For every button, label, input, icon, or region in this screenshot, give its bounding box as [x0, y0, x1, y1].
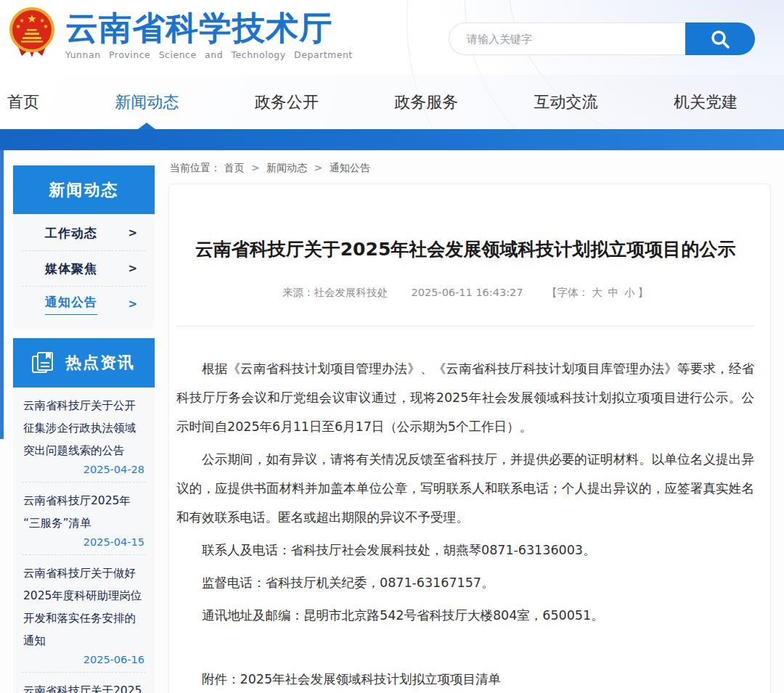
article-source: 来源：社会发展科技处 — [282, 287, 388, 298]
article-meta: 来源：社会发展科技处 2025-06-11 16:43:27 【字体：大中小】 — [176, 286, 754, 300]
chevron-right-icon: > — [128, 226, 137, 239]
sidebar: 新闻动态 工作动态 > 媒体聚焦 > 通知公告 > — [13, 165, 155, 693]
breadcrumb-home[interactable]: 首页 — [224, 162, 244, 173]
blue-divider-band — [0, 129, 784, 150]
hot-news-item[interactable]: 云南省科技厅关于2025年度技术合同认定登记类奖补拟立项目的公示 2025-06… — [22, 673, 146, 693]
sidebar-menu-list: 工作动态 > 媒体聚焦 > 通知公告 > — [13, 214, 155, 329]
article-body: 根据《云南省科技计划项目管理办法》、《云南省科技厅科技计划项目库管理办法》等要求… — [176, 354, 754, 630]
site-brand[interactable]: ★ ★ ★ ★ ★ 云南省科学技术厅 Yunnan Province Scien… — [6, 5, 353, 60]
hot-news-panel: 热点资讯 云南省科技厅关于公开征集涉企行政执法领域突出问题线索的公告 2025-… — [13, 338, 155, 693]
main-nav: 首页 新闻动态 政务公开 政务服务 互动交流 机关党建 — [0, 75, 784, 129]
article-paragraph: 监督电话：省科技厅机关纪委，0871-63167157。 — [176, 568, 754, 597]
breadcrumb-separator: > — [251, 162, 260, 173]
sidebar-item-label: 媒体聚焦 — [45, 261, 97, 277]
hot-news-item[interactable]: 云南省科技厅2025年“三服务”清单 2025-04-15 — [22, 483, 146, 555]
site-subtitle-en: Yunnan Province Science and Technology D… — [65, 49, 353, 60]
site-header: ★ ★ ★ ★ ★ 云南省科学技术厅 Yunnan Province Scien… — [0, 0, 784, 75]
nav-item-gov-services[interactable]: 政务服务 — [394, 75, 458, 129]
breadcrumb-separator: > — [314, 162, 323, 173]
font-size-control: 【字体：大中小】 — [547, 287, 648, 298]
breadcrumb: 当前位置： 首页 > 新闻动态 > 通知公告 — [170, 162, 771, 175]
nav-item-home[interactable]: 首页 — [7, 75, 39, 129]
hot-news-item-date: 2025-04-15 — [23, 536, 144, 548]
svg-text:★: ★ — [15, 23, 20, 30]
article-paragraph: 根据《云南省科技计划项目管理办法》、《云南省科技厅科技计划项目库管理办法》等要求… — [176, 354, 754, 441]
content-area: 新闻动态 工作动态 > 媒体聚焦 > 通知公告 > — [0, 150, 784, 693]
hot-news-item[interactable]: 云南省科技厅关于做好2025年度科研助理岗位开发和落实任务安排的通知 2025-… — [22, 555, 146, 673]
hot-news-item[interactable]: 云南省科技厅关于公开征集涉企行政执法领域突出问题线索的公告 2025-04-28 — [22, 387, 146, 483]
article-paragraph: 联系人及电话：省科技厅社会发展科技处，胡燕琴0871-63136003。 — [176, 536, 754, 565]
chevron-right-icon: > — [128, 262, 137, 275]
nav-item-party-building[interactable]: 机关党建 — [674, 75, 738, 129]
font-label-open: 【字体： — [547, 287, 589, 298]
divider — [176, 326, 754, 327]
article-datetime: 2025-06-11 16:43:27 — [412, 287, 523, 298]
sidebar-item-label: 工作动态 — [45, 225, 97, 242]
hot-news-item-title: 云南省科技厅关于公开征集涉企行政执法领域突出问题线索的公告 — [23, 395, 144, 462]
top-zone: ★ ★ ★ ★ ★ 云南省科学技术厅 Yunnan Province Scien… — [0, 0, 784, 129]
hot-news-title: 热点资讯 — [65, 352, 135, 374]
article-paragraph: 公示期间，如有异议，请将有关情况反馈至省科技厅，并提供必要的证明材料。以单位名义… — [176, 445, 754, 532]
search-input[interactable] — [449, 22, 685, 55]
font-size-medium-button[interactable]: 中 — [608, 287, 619, 298]
sidebar-item-label: 通知公告 — [45, 294, 97, 315]
hot-news-item-title: 云南省科技厅关于2025年度技术合同认定登记类奖补拟立项目的公示 — [23, 680, 144, 693]
article-paragraph: 通讯地址及邮编：昆明市北京路542号省科技厅大楼804室，650051。 — [176, 601, 754, 630]
chevron-right-icon: > — [128, 298, 137, 311]
article-card: 云南省科技厅关于2025年社会发展领域科技计划拟立项项目的公示 来源：社会发展科… — [168, 184, 771, 693]
sidebar-item-media-focus[interactable]: 媒体聚焦 > — [13, 251, 155, 286]
sidebar-menu: 新闻动态 工作动态 > 媒体聚焦 > 通知公告 > — [13, 165, 155, 329]
hot-news-item-title: 云南省科技厅2025年“三服务”清单 — [23, 490, 144, 535]
font-size-small-button[interactable]: 小 — [624, 287, 635, 298]
search-button[interactable] — [685, 22, 755, 55]
hot-news-item-title: 云南省科技厅关于做好2025年度科研助理岗位开发和落实任务安排的通知 — [23, 562, 144, 652]
breadcrumb-news[interactable]: 新闻动态 — [266, 162, 307, 173]
nav-item-news[interactable]: 新闻动态 — [115, 75, 179, 129]
left-accent-bar — [0, 150, 4, 439]
nav-item-gov-disclosure[interactable]: 政务公开 — [255, 75, 319, 129]
breadcrumb-label: 当前位置： — [170, 162, 221, 173]
hot-news-item-date: 2025-06-16 — [23, 654, 144, 665]
national-emblem-logo: ★ ★ ★ ★ ★ — [6, 5, 58, 59]
breadcrumb-notices[interactable]: 通知公告 — [330, 162, 370, 173]
search-bar — [449, 22, 755, 55]
article-title: 云南省科技厅关于2025年社会发展领域科技计划拟立项项目的公示 — [182, 235, 748, 264]
documents-icon — [30, 350, 55, 375]
main-column: 当前位置： 首页 > 新闻动态 > 通知公告 云南省科技厅关于2025年社会发展… — [168, 150, 771, 693]
hot-news-item-date: 2025-04-28 — [23, 464, 144, 475]
svg-text:★: ★ — [43, 23, 48, 30]
sidebar-item-work-trends[interactable]: 工作动态 > — [13, 216, 155, 250]
attachment-link[interactable]: 附件：2025年社会发展领域科技计划拟立项项目清单 — [176, 665, 754, 693]
sidebar-section-title: 新闻动态 — [13, 165, 155, 214]
svg-text:★: ★ — [27, 12, 36, 25]
hot-news-list: 云南省科技厅关于公开征集涉企行政执法领域突出问题线索的公告 2025-04-28… — [13, 387, 155, 693]
sidebar-item-notices[interactable]: 通知公告 > — [13, 287, 155, 321]
site-title: 云南省科学技术厅 — [65, 9, 353, 47]
font-size-large-button[interactable]: 大 — [592, 287, 603, 298]
font-label-close: 】 — [638, 287, 649, 298]
search-icon — [709, 28, 731, 50]
hot-news-header: 热点资讯 — [13, 338, 155, 387]
nav-item-interaction[interactable]: 互动交流 — [534, 75, 598, 129]
